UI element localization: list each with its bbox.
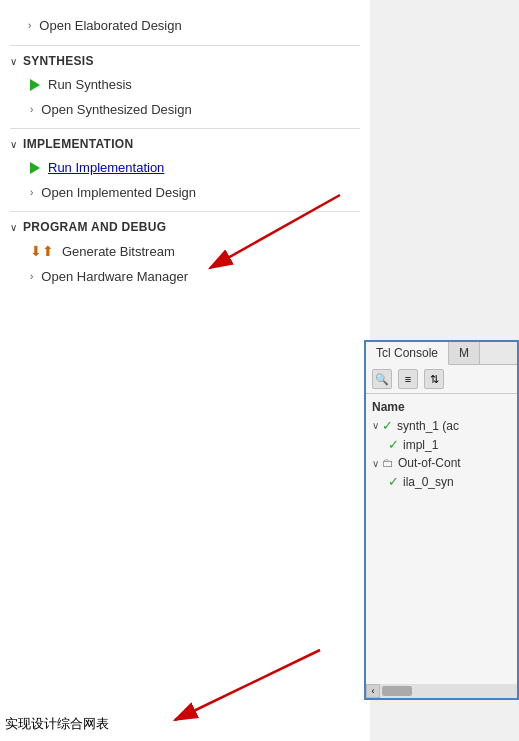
open-hardware-chevron-icon: ›: [30, 271, 33, 282]
outofcont-folder-icon: 🗀: [382, 456, 394, 470]
tcl-scrollbar-thumb[interactable]: [382, 686, 412, 696]
chevron-elaborated-icon: ›: [28, 20, 31, 31]
tcl-horizontal-scrollbar[interactable]: ‹: [366, 684, 517, 698]
program-debug-section-header[interactable]: ∨ PROGRAM AND DEBUG: [0, 216, 370, 238]
tcl-search-button[interactable]: 🔍: [372, 369, 392, 389]
run-synthesis-label: Run Synthesis: [48, 77, 132, 92]
open-implemented-chevron-icon: ›: [30, 187, 33, 198]
impl1-check-icon: ✓: [388, 437, 399, 452]
divider-1: [10, 45, 360, 46]
implementation-chevron-icon: ∨: [10, 139, 17, 150]
tcl-filter1-button[interactable]: ≡: [398, 369, 418, 389]
synth1-check-icon: ✓: [382, 418, 393, 433]
run-synthesis-item[interactable]: Run Synthesis: [10, 72, 370, 97]
tcl-toolbar: 🔍 ≡ ⇅: [366, 365, 517, 394]
outofcont-chevron-icon: ∨: [372, 458, 379, 469]
open-hardware-label: Open Hardware Manager: [41, 269, 188, 284]
divider-3: [10, 211, 360, 212]
tcl-search-icon: 🔍: [375, 373, 389, 386]
tcl-filter2-icon: ⇅: [430, 373, 439, 386]
run-implementation-label: Run Implementation: [48, 160, 164, 175]
tcl-console-tab[interactable]: Tcl Console: [366, 342, 449, 365]
synthesis-section-title: SYNTHESIS: [23, 54, 94, 68]
run-implementation-item[interactable]: Run Implementation: [10, 155, 370, 180]
synthesis-chevron-icon: ∨: [10, 56, 17, 67]
generate-bitstream-item[interactable]: ⬇⬆ Generate Bitstream: [10, 238, 370, 264]
divider-2: [10, 128, 360, 129]
implementation-section: ∨ IMPLEMENTATION Run Implementation › Op…: [0, 133, 370, 205]
run-implementation-play-icon: [30, 162, 40, 174]
open-implemented-label: Open Implemented Design: [41, 185, 196, 200]
tcl-filter1-icon: ≡: [405, 373, 411, 385]
open-synthesized-label: Open Synthesized Design: [41, 102, 191, 117]
tcl-console-panel: Tcl Console M 🔍 ≡ ⇅ Name ∨ ✓ synth_1 (ac…: [364, 340, 519, 700]
main-panel: › Open Elaborated Design ∨ SYNTHESIS Run…: [0, 0, 370, 741]
synthesis-section-header[interactable]: ∨ SYNTHESIS: [0, 50, 370, 72]
implementation-items: Run Implementation › Open Implemented De…: [0, 155, 370, 205]
tcl-tabs-bar: Tcl Console M: [366, 342, 517, 365]
tcl-row-ila0syn[interactable]: ✓ ila_0_syn: [372, 472, 511, 491]
program-debug-section-title: PROGRAM AND DEBUG: [23, 220, 166, 234]
generate-bitstream-label: Generate Bitstream: [62, 244, 175, 259]
impl1-label: impl_1: [403, 438, 438, 452]
out-of-cont-label: Out-of-Cont: [398, 456, 461, 470]
synth1-chevron-icon: ∨: [372, 420, 379, 431]
m-tab[interactable]: M: [449, 342, 480, 364]
program-debug-items: ⬇⬆ Generate Bitstream › Open Hardware Ma…: [0, 238, 370, 289]
ila0syn-check-icon: ✓: [388, 474, 399, 489]
open-synthesized-design-item[interactable]: › Open Synthesized Design: [10, 97, 370, 122]
tcl-content-area: Name ∨ ✓ synth_1 (ac ✓ impl_1 ∨ 🗀 Out-of…: [366, 394, 517, 495]
open-elaborated-design-label: Open Elaborated Design: [39, 18, 181, 33]
open-elaborated-design-item[interactable]: › Open Elaborated Design: [0, 10, 370, 41]
nav-tree: › Open Elaborated Design ∨ SYNTHESIS Run…: [0, 0, 370, 305]
program-debug-chevron-icon: ∨: [10, 222, 17, 233]
ila0syn-label: ila_0_syn: [403, 475, 454, 489]
tcl-name-column-header: Name: [372, 398, 511, 416]
tcl-row-out-of-cont[interactable]: ∨ 🗀 Out-of-Cont: [372, 454, 511, 472]
bottom-chinese-text: 实现设计综合网表: [5, 715, 109, 733]
tcl-filter2-button[interactable]: ⇅: [424, 369, 444, 389]
generate-bitstream-icon: ⬇⬆: [30, 243, 54, 259]
program-debug-section: ∨ PROGRAM AND DEBUG ⬇⬆ Generate Bitstrea…: [0, 216, 370, 289]
implementation-section-title: IMPLEMENTATION: [23, 137, 133, 151]
open-synthesized-chevron-icon: ›: [30, 104, 33, 115]
open-implemented-design-item[interactable]: › Open Implemented Design: [10, 180, 370, 205]
implementation-section-header[interactable]: ∨ IMPLEMENTATION: [0, 133, 370, 155]
tcl-scroll-left-button[interactable]: ‹: [366, 684, 380, 698]
synthesis-section: ∨ SYNTHESIS Run Synthesis › Open Synthes…: [0, 50, 370, 122]
open-hardware-manager-item[interactable]: › Open Hardware Manager: [10, 264, 370, 289]
run-synthesis-play-icon: [30, 79, 40, 91]
tcl-row-impl1[interactable]: ✓ impl_1: [372, 435, 511, 454]
tcl-row-synth1[interactable]: ∨ ✓ synth_1 (ac: [372, 416, 511, 435]
synth1-label: synth_1 (ac: [397, 419, 459, 433]
synthesis-items: Run Synthesis › Open Synthesized Design: [0, 72, 370, 122]
